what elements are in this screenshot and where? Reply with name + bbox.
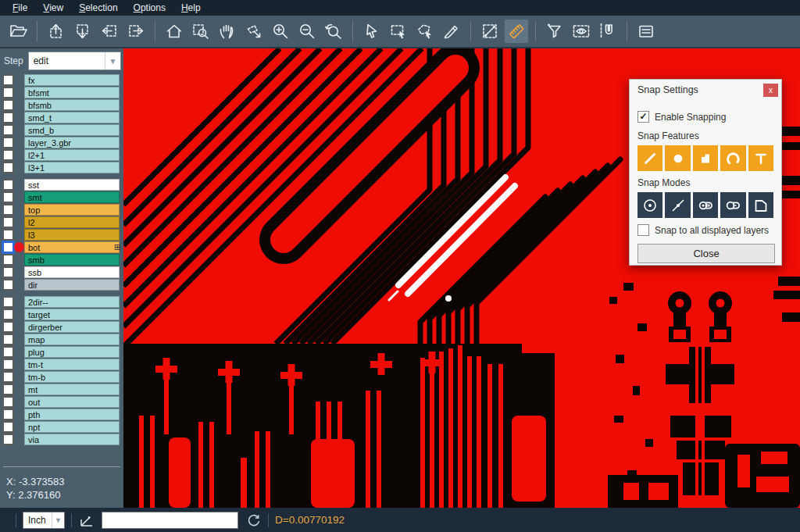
layer-checkbox-top[interactable]	[2, 204, 14, 216]
layer-name-smd_b[interactable]: smd_b	[24, 124, 120, 136]
layer-checkbox-bfsmt[interactable]	[2, 87, 14, 98]
layer-name-smd_t[interactable]: smd_t	[24, 112, 120, 123]
snap-surface-icon[interactable]	[693, 145, 718, 171]
layer-checkbox-l3+1[interactable]	[2, 162, 14, 173]
layer-name-npt[interactable]: npt	[24, 421, 120, 433]
layer-checkbox-ssb[interactable]	[2, 266, 14, 278]
layer-checkbox-plug[interactable]	[2, 346, 14, 358]
dialog-close-button[interactable]: x	[763, 84, 778, 97]
layer-checkbox-dir[interactable]	[2, 279, 14, 291]
layer-checkbox-out[interactable]	[2, 396, 14, 408]
menu-selection[interactable]: Selection	[71, 1, 125, 15]
layer-name-smb[interactable]: smb	[24, 254, 120, 266]
step-select[interactable]: edit ▼	[28, 52, 121, 70]
layer-checkbox-smb[interactable]	[2, 254, 14, 266]
layer-name-l3+1[interactable]: l3+1	[24, 162, 120, 173]
measure-distance-icon[interactable]	[478, 20, 502, 43]
measure-ruler-icon[interactable]	[505, 20, 528, 43]
layer-checkbox-smd_b[interactable]	[2, 124, 14, 136]
zoom-previous-icon[interactable]	[322, 20, 345, 43]
layer-checkbox-tm-b[interactable]	[2, 371, 14, 383]
snap-midpoint-icon[interactable]	[665, 192, 690, 218]
layer-name-bot[interactable]: bot	[24, 241, 120, 253]
layer-name-map[interactable]: map	[24, 334, 120, 345]
unit-select[interactable]: Inch ▼	[23, 512, 65, 529]
layer-checkbox-2dir--[interactable]	[2, 296, 14, 308]
zoom-window-icon[interactable]	[189, 20, 212, 43]
layer-name-fx[interactable]: fx	[24, 74, 120, 86]
layer-name-pth[interactable]: pth	[24, 409, 120, 420]
snap-contour-icon[interactable]	[748, 192, 773, 218]
close-button[interactable]: Close	[638, 244, 775, 263]
open-folder-icon[interactable]	[6, 20, 30, 43]
menu-options[interactable]: Options	[126, 1, 173, 15]
layer-checkbox-smt[interactable]	[2, 191, 14, 203]
zoom-in-icon[interactable]	[269, 20, 292, 43]
layer-name-sst[interactable]: sst	[24, 179, 120, 191]
grid-icon[interactable]: ⊞	[114, 241, 121, 253]
move-vertex-icon[interactable]	[242, 20, 266, 43]
paint-brush-icon[interactable]	[440, 20, 463, 43]
snap-slot-outline-icon[interactable]	[720, 192, 745, 218]
snap-line-icon[interactable]	[638, 145, 662, 171]
layer-checkbox-mt[interactable]	[2, 384, 14, 395]
layer-name-out[interactable]: out	[24, 396, 120, 408]
layer-name-top[interactable]: top	[24, 204, 120, 216]
measure-input[interactable]	[102, 512, 238, 529]
menu-view[interactable]: View	[35, 1, 71, 15]
select-rectangle-icon[interactable]	[387, 20, 410, 43]
angle-measure-icon[interactable]	[78, 512, 95, 529]
layer-checkbox-l3[interactable]	[2, 229, 14, 241]
pan-hand-icon[interactable]	[216, 20, 239, 43]
layer-checkbox-bfsmb[interactable]	[2, 99, 14, 111]
import-top-icon[interactable]	[45, 20, 68, 43]
layer-name-smt[interactable]: smt	[24, 191, 120, 203]
snap-all-layers-checkbox[interactable]	[638, 224, 649, 236]
layer-name-layer_3.gbr[interactable]: layer_3.gbr	[24, 137, 120, 148]
panel-form-icon[interactable]	[634, 20, 658, 43]
layer-name-bfsmb[interactable]: bfsmb	[24, 99, 120, 111]
snap-magnet-icon[interactable]	[596, 20, 620, 43]
snap-text-icon[interactable]	[748, 145, 773, 171]
layer-checkbox-l2[interactable]	[2, 216, 14, 228]
snap-slot-filled-icon[interactable]	[693, 192, 718, 218]
layer-name-plug[interactable]: plug	[24, 346, 120, 358]
import-left-icon[interactable]	[98, 20, 121, 43]
layer-checkbox-bot[interactable]	[2, 241, 14, 253]
layer-checkbox-smd_t[interactable]	[2, 112, 14, 123]
layer-name-l2+1[interactable]: l2+1	[24, 149, 120, 161]
refresh-icon[interactable]	[246, 512, 262, 528]
select-polygon-icon[interactable]	[413, 20, 437, 43]
snap-arc-icon[interactable]	[720, 145, 745, 171]
snap-center-icon[interactable]	[638, 192, 662, 218]
layer-name-target[interactable]: target	[24, 309, 120, 320]
layer-checkbox-pth[interactable]	[2, 409, 14, 420]
layer-name-bfsmt[interactable]: bfsmt	[24, 87, 120, 98]
filter-icon[interactable]	[543, 20, 566, 43]
layer-checkbox-layer_3.gbr[interactable]	[2, 137, 14, 148]
layer-name-tm-b[interactable]: tm-b	[24, 371, 120, 383]
snap-pad-icon[interactable]	[665, 145, 690, 171]
menu-file[interactable]: File	[5, 1, 35, 15]
enable-snapping-checkbox[interactable]: ✓	[638, 111, 649, 123]
layer-checkbox-via[interactable]	[2, 434, 14, 445]
layer-name-via[interactable]: via	[24, 434, 120, 445]
menu-help[interactable]: Help	[173, 1, 209, 15]
layer-name-mt[interactable]: mt	[24, 384, 120, 395]
layer-checkbox-target[interactable]	[2, 309, 14, 320]
zoom-out-icon[interactable]	[295, 20, 319, 43]
layer-name-2dir--[interactable]: 2dir--	[24, 296, 120, 308]
home-icon[interactable]	[162, 20, 186, 43]
layer-checkbox-tm-t[interactable]	[2, 359, 14, 370]
layer-name-dir[interactable]: dir	[24, 279, 120, 291]
import-right-icon[interactable]	[124, 20, 148, 43]
layer-name-dirgerber[interactable]: dirgerber	[24, 321, 120, 333]
layer-checkbox-map[interactable]	[2, 334, 14, 345]
import-bottom-icon[interactable]	[71, 20, 95, 43]
layer-checkbox-dirgerber[interactable]	[2, 321, 14, 333]
layer-checkbox-npt[interactable]	[2, 421, 14, 433]
layer-checkbox-fx[interactable]	[2, 74, 14, 86]
layer-name-l2[interactable]: l2	[24, 216, 120, 228]
layer-name-tm-t[interactable]: tm-t	[24, 359, 120, 370]
select-pointer-icon[interactable]	[360, 20, 384, 43]
